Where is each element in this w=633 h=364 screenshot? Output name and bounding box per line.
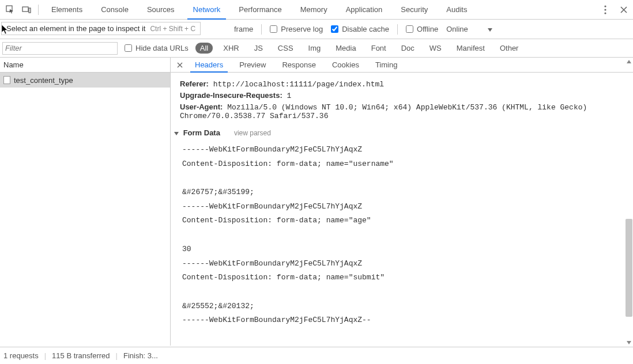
chevron-down-icon	[488, 28, 492, 32]
detail-tab-preview[interactable]: Preview	[231, 58, 274, 72]
request-row[interactable]: test_content_type	[0, 73, 170, 88]
tab-console[interactable]: Console	[92, 0, 138, 19]
detail-tab-cookies[interactable]: Cookies	[324, 58, 367, 72]
status-transferred: 115 B transferred	[52, 351, 110, 360]
status-bar: 1 requests | 115 B transferred | Finish:…	[0, 347, 633, 364]
filter-chip-css[interactable]: CSS	[273, 43, 298, 54]
tab-performance[interactable]: Performance	[229, 0, 291, 19]
scroll-down-icon[interactable]	[627, 341, 631, 344]
devtools-main-tabs: ElementsConsoleSourcesNetworkPerformance…	[0, 0, 633, 20]
inspect-element-icon[interactable]	[2, 2, 18, 18]
mouse-cursor-icon	[1, 24, 9, 35]
filter-chip-ws[interactable]: WS	[425, 43, 446, 54]
scroll-thumb[interactable]	[626, 219, 632, 317]
header-line: Upgrade-Insecure-Requests: 1	[180, 91, 633, 100]
header-key: User-Agent:	[180, 103, 223, 111]
tab-elements[interactable]: Elements	[42, 0, 92, 19]
disable-cache-input[interactable]	[331, 25, 338, 33]
detail-tab-response[interactable]: Response	[274, 58, 324, 72]
status-requests: 1 requests	[3, 351, 39, 360]
more-options-icon[interactable]	[596, 5, 615, 14]
separator	[261, 24, 262, 35]
offline-input[interactable]	[406, 25, 413, 33]
status-finish: Finish: 3...	[123, 351, 158, 360]
filter-chip-img[interactable]: Img	[304, 43, 326, 54]
tooltip-shortcut: Ctrl + Shift + C	[150, 25, 195, 33]
frame-label: frame	[234, 25, 253, 33]
filter-chip-doc[interactable]: Doc	[397, 43, 419, 54]
tab-network[interactable]: Network	[184, 0, 230, 19]
device-toolbar-icon[interactable]	[18, 2, 35, 18]
header-value: Mozilla/5.0 (Windows NT 10.0; Win64; x64…	[180, 103, 587, 120]
close-devtools-icon[interactable]	[615, 6, 633, 13]
header-line: User-Agent: Mozilla/5.0 (Windows NT 10.0…	[180, 103, 633, 120]
svg-point-3	[604, 5, 606, 7]
svg-rect-1	[22, 7, 28, 12]
inspect-tooltip: Select an element in the page to inspect…	[1, 22, 201, 35]
network-toolbar: Select an element in the page to inspect…	[0, 20, 633, 39]
headers-panel: Referer: http://localhost:11111/page/ind…	[171, 73, 633, 346]
request-detail-pane: HeadersPreviewResponseCookiesTiming Refe…	[171, 58, 633, 346]
throttling-select[interactable]: Online	[446, 25, 492, 33]
request-name: test_content_type	[14, 76, 73, 85]
header-key: Referer:	[180, 79, 209, 88]
tab-security[interactable]: Security	[391, 0, 437, 19]
svg-point-4	[604, 9, 606, 10]
tab-sources[interactable]: Sources	[138, 0, 184, 19]
header-value: http://localhost:11111/page/index.html	[209, 80, 384, 89]
filter-chip-other[interactable]: Other	[495, 43, 523, 54]
filter-chip-manifest[interactable]: Manifest	[452, 43, 489, 54]
view-parsed-link[interactable]: view parsed	[234, 129, 271, 137]
form-data-section: Form Data view parsed ------WebKitFormBo…	[180, 128, 633, 328]
close-detail-icon[interactable]	[173, 62, 187, 68]
tooltip-text: Select an element in the page to inspect…	[6, 24, 145, 33]
header-line: Referer: http://localhost:11111/page/ind…	[180, 79, 633, 89]
scrollbar[interactable]	[625, 58, 633, 347]
disclosure-triangle-icon	[174, 132, 179, 135]
file-icon	[3, 76, 10, 84]
network-filter-bar: Hide data URLs AllXHRJSCSSImgMediaFontDo…	[0, 39, 633, 58]
preserve-log-input[interactable]	[270, 25, 277, 33]
tab-audits[interactable]: Audits	[437, 0, 476, 19]
separator	[397, 24, 398, 35]
tab-memory[interactable]: Memory	[291, 0, 337, 19]
svg-rect-2	[29, 8, 31, 13]
form-data-body: ------WebKitFormBoundaryM2jFeC5L7hYjAqxZ…	[182, 143, 633, 328]
separator	[38, 5, 39, 15]
scroll-up-icon[interactable]	[627, 60, 631, 63]
disable-cache-checkbox[interactable]: Disable cache	[331, 25, 389, 33]
filter-chip-all[interactable]: All	[195, 43, 213, 54]
detail-tabs: HeadersPreviewResponseCookiesTiming	[171, 58, 633, 73]
preserve-log-checkbox[interactable]: Preserve log	[270, 25, 323, 33]
filter-chip-font[interactable]: Font	[367, 43, 391, 54]
filter-chip-js[interactable]: JS	[250, 43, 267, 54]
filter-chip-xhr[interactable]: XHR	[218, 43, 243, 54]
header-value: 1	[282, 92, 292, 100]
filter-chip-media[interactable]: Media	[331, 43, 360, 54]
request-list-pane: Name test_content_type	[0, 58, 171, 346]
detail-tab-headers[interactable]: Headers	[187, 58, 231, 72]
hide-data-urls-checkbox[interactable]: Hide data URLs	[125, 44, 189, 52]
name-column-header[interactable]: Name	[0, 58, 170, 73]
detail-tab-timing[interactable]: Timing	[367, 58, 406, 72]
network-main-area: Name test_content_type HeadersPreviewRes…	[0, 58, 633, 346]
hide-data-urls-input[interactable]	[125, 44, 132, 52]
svg-point-5	[604, 12, 606, 14]
form-data-header[interactable]: Form Data view parsed	[174, 128, 633, 137]
offline-checkbox[interactable]: Offline	[406, 25, 438, 33]
tab-application[interactable]: Application	[337, 0, 392, 19]
filter-input[interactable]	[2, 42, 118, 55]
header-key: Upgrade-Insecure-Requests:	[180, 91, 282, 100]
